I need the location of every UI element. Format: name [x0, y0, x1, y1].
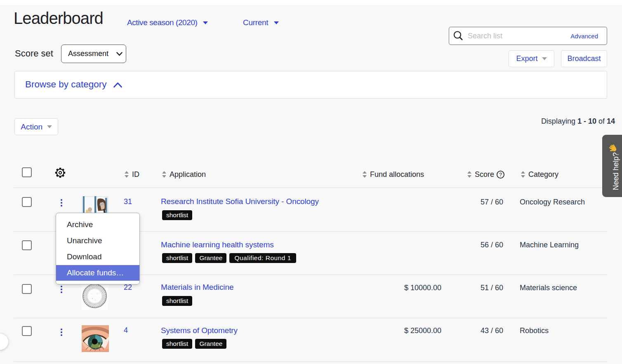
svg-text:?: ?: [499, 171, 502, 178]
